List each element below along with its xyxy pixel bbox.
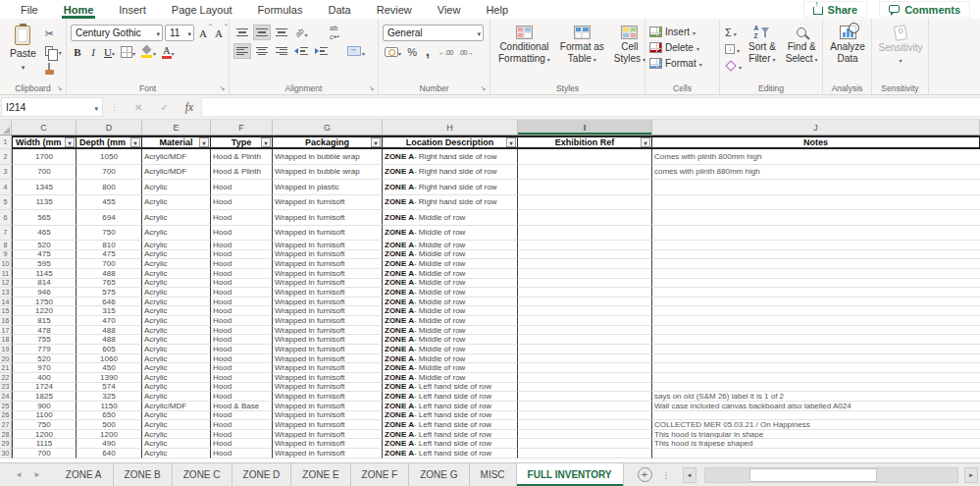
cell-G19[interactable]: Wrapped in furnisoft bbox=[273, 345, 383, 354]
cell-G20[interactable]: Wrapped in furnisoft bbox=[273, 354, 383, 364]
cell-F9[interactable]: Hood bbox=[211, 250, 273, 260]
cell-E13[interactable]: Acrylic bbox=[142, 288, 211, 297]
column-header-J[interactable]: J bbox=[652, 120, 980, 135]
formula-input[interactable] bbox=[201, 97, 980, 117]
cell-G24[interactable]: Wrapped in furnisoft bbox=[273, 392, 383, 402]
cell-F12[interactable]: Hood bbox=[211, 279, 273, 289]
cell-G16[interactable]: Wrapped in furnisoft bbox=[273, 316, 383, 326]
insert-cells-button[interactable]: Insert bbox=[649, 25, 716, 39]
cell-I14[interactable] bbox=[518, 297, 652, 307]
cell-C5[interactable]: 1135 bbox=[12, 195, 77, 211]
cell-H18[interactable]: ZONE A - Middle of row bbox=[383, 335, 518, 345]
row-number[interactable]: 1 bbox=[0, 135, 12, 149]
cell-H29[interactable]: ZONE A - Left hand side of row bbox=[383, 439, 518, 449]
cell-G28[interactable]: Wrapped in furnisoft bbox=[273, 430, 383, 440]
cell-F22[interactable]: Hood bbox=[211, 373, 273, 383]
cell-F24[interactable]: Hood bbox=[211, 392, 273, 402]
number-dialog-launcher[interactable] bbox=[479, 83, 488, 92]
cell-C24[interactable]: 1825 bbox=[12, 392, 77, 402]
cell-E3[interactable]: Acrylic/MDF bbox=[142, 165, 211, 181]
cell-D29[interactable]: 490 bbox=[77, 439, 142, 449]
cell-D8[interactable]: 810 bbox=[77, 241, 142, 250]
sheet-nav-right-icon[interactable]: ► bbox=[33, 470, 41, 479]
cell-H9[interactable]: ZONE A - Middle of row bbox=[383, 250, 518, 260]
cell-E25[interactable]: Acrylic/MDF bbox=[142, 402, 211, 411]
analyze-data-button[interactable]: Analyze Data bbox=[826, 23, 869, 81]
cell-J28[interactable]: This hood is triangular in shape bbox=[652, 430, 980, 440]
column-header-G[interactable]: G bbox=[273, 120, 383, 135]
cell-J8[interactable] bbox=[652, 241, 980, 250]
autosum-button[interactable] bbox=[724, 26, 743, 39]
italic-button[interactable] bbox=[86, 44, 100, 60]
row-number[interactable]: 18 bbox=[0, 335, 12, 345]
cell-G7[interactable]: Wrapped in furnisoft bbox=[273, 226, 383, 242]
row-number[interactable]: 6 bbox=[0, 210, 12, 226]
cell-E7[interactable]: Acrylic bbox=[142, 226, 211, 242]
cell-E6[interactable]: Acrylic bbox=[142, 210, 211, 226]
sensitivity-button[interactable]: Sensitivity bbox=[875, 23, 927, 81]
filter-button-G[interactable] bbox=[371, 137, 381, 147]
cell-E4[interactable]: Acrylic bbox=[142, 180, 211, 195]
cell-E8[interactable]: Acrylic bbox=[142, 241, 211, 250]
cell-J29[interactable]: This hood is trapese shaped bbox=[652, 439, 980, 449]
cell-I29[interactable] bbox=[518, 439, 652, 449]
cell-F2[interactable]: Hood & Plinth bbox=[211, 149, 273, 165]
share-button[interactable]: Share bbox=[803, 1, 868, 18]
accounting-format-button[interactable] bbox=[383, 44, 403, 60]
cancel-entry-button[interactable]: ✕ bbox=[126, 102, 151, 113]
cell-E18[interactable]: Acrylic bbox=[142, 335, 211, 345]
cell-H6[interactable]: ZONE A - Middle of row bbox=[383, 210, 518, 226]
cell-G23[interactable]: Wrapped in furnisoft bbox=[273, 383, 383, 393]
cell-C14[interactable]: 1750 bbox=[12, 297, 77, 307]
row-number[interactable]: 23 bbox=[0, 383, 12, 393]
cell-I20[interactable] bbox=[518, 354, 652, 364]
cell-C20[interactable]: 520 bbox=[12, 354, 77, 364]
cell-I8[interactable] bbox=[518, 241, 652, 250]
cell-C12[interactable]: 814 bbox=[12, 279, 77, 289]
cell-J2[interactable]: Comes with plinth 800mm high bbox=[652, 149, 980, 165]
cell-H7[interactable]: ZONE A - Middle of row bbox=[383, 226, 518, 242]
cell-F4[interactable]: Hood bbox=[211, 180, 273, 195]
format-painter-button[interactable] bbox=[44, 62, 63, 76]
cell-G10[interactable]: Wrapped in furnisoft bbox=[273, 259, 383, 269]
sort-filter-button[interactable]: AZ Sort & Filter bbox=[745, 23, 780, 81]
comma-style-button[interactable] bbox=[421, 44, 435, 60]
row-number[interactable]: 8 bbox=[0, 241, 12, 250]
font-dialog-launcher[interactable] bbox=[218, 83, 227, 92]
cell-H5[interactable]: ZONE A - Right hand side of row bbox=[383, 195, 518, 211]
cell-C2[interactable]: 1700 bbox=[12, 149, 77, 165]
font-color-button[interactable] bbox=[160, 44, 177, 60]
ribbon-tab-help[interactable]: Help bbox=[473, 0, 521, 19]
cell-F26[interactable]: Hood bbox=[211, 411, 273, 421]
cell-H8[interactable]: ZONE A - Middle of row bbox=[383, 241, 518, 250]
clipboard-dialog-launcher[interactable] bbox=[55, 83, 64, 92]
cell-F17[interactable]: Hood bbox=[211, 326, 273, 336]
align-left-button[interactable] bbox=[233, 43, 251, 59]
cell-D14[interactable]: 646 bbox=[77, 297, 142, 307]
paste-button[interactable]: Paste bbox=[4, 23, 42, 81]
ribbon-tab-page-layout[interactable]: Page Layout bbox=[159, 0, 245, 19]
cell-C19[interactable]: 779 bbox=[12, 345, 77, 354]
cell-D30[interactable]: 640 bbox=[77, 449, 142, 459]
cell-J27[interactable]: COLLECTED MER 05.03.21 / On Happiness bbox=[652, 420, 980, 430]
cell-J19[interactable] bbox=[652, 345, 980, 354]
cell-H30[interactable]: ZONE A - Left hand side of row bbox=[383, 449, 518, 459]
cell-G25[interactable]: Wrapped in furnisoft bbox=[273, 402, 383, 411]
cell-I10[interactable] bbox=[518, 259, 652, 269]
cell-H4[interactable]: ZONE A - Right hand side of row bbox=[383, 180, 518, 195]
cell-C6[interactable]: 565 bbox=[12, 210, 77, 226]
cell-G26[interactable]: Wrapped in furnisoft bbox=[273, 411, 383, 421]
cell-G15[interactable]: Wrapped in furnisoft bbox=[273, 306, 383, 316]
align-right-button[interactable] bbox=[273, 43, 290, 59]
cell-G2[interactable]: Wrapped in bubble wrap bbox=[273, 149, 383, 165]
cell-J18[interactable] bbox=[652, 335, 980, 345]
filter-button-E[interactable] bbox=[199, 137, 209, 147]
cell-I22[interactable] bbox=[518, 373, 652, 383]
cell-D3[interactable]: 700 bbox=[77, 165, 142, 181]
row-number[interactable]: 14 bbox=[0, 297, 12, 307]
new-sheet-button[interactable]: + bbox=[638, 467, 652, 482]
cell-E24[interactable]: Acrylic bbox=[142, 392, 211, 402]
cell-E2[interactable]: Acrylic/MDF bbox=[142, 149, 211, 165]
cell-H15[interactable]: ZONE A - Middle of row bbox=[383, 306, 518, 316]
row-number[interactable]: 16 bbox=[0, 316, 12, 326]
